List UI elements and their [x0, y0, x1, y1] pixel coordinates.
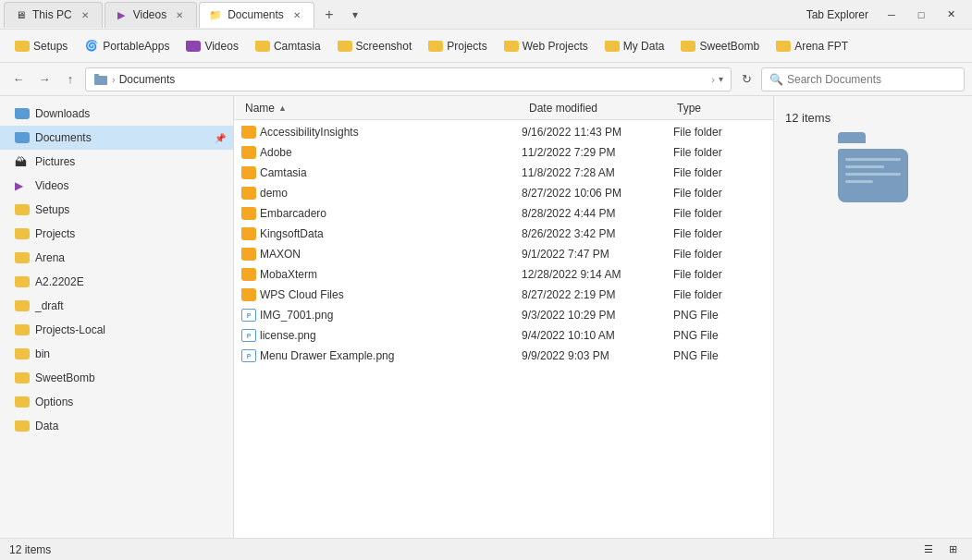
file-name: Camtasia	[260, 166, 518, 179]
address-chevron[interactable]: ▾	[719, 74, 723, 84]
table-row[interactable]: KingsoftData8/26/2022 3:42 PMFile folder	[234, 224, 773, 244]
nav-bar: ← → ↑ › Documents › ▾ ↻ 🔍	[0, 63, 972, 96]
window-controls: Tab Explorer ─ □ ✕	[806, 5, 968, 25]
file-date: 8/27/2022 2:19 PM	[522, 288, 670, 301]
sidebar-item-pictures[interactable]: 🏔 Pictures 📌	[0, 150, 233, 174]
col-type-header[interactable]: Type	[673, 102, 766, 115]
sidebar-item-downloads[interactable]: Downloads 📌	[0, 102, 233, 126]
folder-line-2	[845, 165, 884, 168]
search-input[interactable]	[787, 73, 956, 86]
tab-close-this-pc[interactable]: ✕	[78, 7, 92, 22]
tab-close-documents[interactable]: ✕	[289, 7, 304, 22]
sidebar-item-videos[interactable]: ▶ Videos 📌	[0, 174, 233, 198]
address-bar[interactable]: › Documents › ▾	[85, 67, 732, 91]
arena-fpt-folder-icon	[776, 41, 791, 52]
table-row[interactable]: PIMG_7001.png9/3/2022 10:29 PMPNG File	[234, 305, 773, 325]
search-box[interactable]: 🔍	[761, 67, 965, 91]
toolbar-portableapps[interactable]: 🌀 PortableApps	[77, 35, 177, 57]
folder-file-icon	[241, 227, 256, 240]
file-date: 9/1/2022 7:47 PM	[522, 248, 670, 261]
draft-sidebar-icon	[15, 300, 30, 311]
a2-sidebar-icon	[15, 276, 30, 287]
sidebar-item-options[interactable]: Options	[0, 390, 233, 414]
table-row[interactable]: MobaXterm12/28/2022 9:14 AMFile folder	[234, 264, 773, 285]
toolbar-projects[interactable]: Projects	[421, 36, 494, 56]
options-sidebar-icon	[15, 396, 30, 408]
table-row[interactable]: AccessibilityInsights9/16/2022 11:43 PMF…	[234, 122, 773, 142]
minimize-button[interactable]: ─	[878, 5, 905, 25]
file-date: 9/16/2022 11:43 PM	[522, 126, 670, 139]
tab-overflow-button[interactable]: ▾	[342, 2, 368, 28]
file-type: File folder	[673, 288, 766, 301]
table-row[interactable]: Adobe11/2/2022 7:29 PMFile folder	[234, 142, 773, 163]
file-date: 8/28/2022 4:44 PM	[522, 207, 670, 220]
add-tab-button[interactable]: +	[316, 2, 342, 28]
file-name: KingsoftData	[260, 227, 518, 240]
toolbar-my-data[interactable]: My Data	[597, 36, 672, 56]
list-view-button[interactable]: ☰	[918, 542, 939, 558]
file-date: 9/3/2022 10:29 PM	[522, 309, 670, 322]
col-name-header[interactable]: Name ▲	[241, 102, 525, 115]
maximize-button[interactable]: □	[907, 5, 935, 25]
setups-folder-icon	[15, 41, 30, 52]
toolbar-sweetbomb[interactable]: SweetBomb	[673, 36, 767, 56]
toolbar-setups[interactable]: Setups	[7, 36, 75, 56]
tab-videos[interactable]: ▶ Videos ✕	[105, 2, 197, 28]
table-row[interactable]: Camtasia11/8/2022 7:28 AMFile folder	[234, 163, 773, 183]
close-button[interactable]: ✕	[937, 5, 965, 25]
sidebar-item-projects[interactable]: Projects	[0, 222, 233, 246]
svg-rect-1	[94, 74, 99, 78]
table-row[interactable]: demo8/27/2022 10:06 PMFile folder	[234, 183, 773, 203]
sweetbomb-sidebar-icon	[15, 372, 30, 383]
folder-line-1	[845, 158, 901, 161]
sidebar-item-draft[interactable]: _draft	[0, 294, 233, 318]
sidebar-item-documents[interactable]: Documents 📌	[0, 126, 233, 150]
tab-documents[interactable]: 📁 Documents ✕	[199, 2, 314, 28]
png-file-icon: P	[241, 349, 256, 362]
table-row[interactable]: PMenu Drawer Example.png9/9/2022 9:03 PM…	[234, 346, 773, 366]
videos-folder-icon	[186, 41, 201, 52]
sidebar: Downloads 📌 Documents 📌 🏔 Pictures 📌 ▶ V…	[0, 96, 234, 538]
table-row[interactable]: MAXON9/1/2022 7:47 PMFile folder	[234, 244, 773, 264]
pictures-icon: 🏔	[15, 155, 30, 168]
toolbar-videos[interactable]: Videos	[178, 36, 245, 56]
folder-file-icon	[241, 248, 256, 261]
sidebar-item-arena[interactable]: Arena	[0, 246, 233, 270]
search-icon: 🔍	[769, 73, 783, 86]
web-projects-folder-icon	[504, 41, 519, 52]
detail-panel: 12 items	[773, 96, 972, 538]
tab-close-videos[interactable]: ✕	[172, 7, 187, 22]
file-type: File folder	[673, 187, 766, 200]
file-date: 12/28/2022 9:14 AM	[522, 268, 670, 281]
file-date: 9/9/2022 9:03 PM	[522, 349, 670, 362]
folder-file-icon	[241, 288, 256, 301]
portableapps-icon: 🌀	[84, 39, 99, 54]
forward-button[interactable]: →	[33, 68, 55, 91]
toolbar-screenshot[interactable]: Screenshot	[330, 36, 420, 56]
table-row[interactable]: WPS Cloud Files8/27/2022 2:19 PMFile fol…	[234, 285, 773, 305]
setups-sidebar-icon	[15, 204, 30, 215]
png-file-icon: P	[241, 309, 256, 322]
sidebar-item-data[interactable]: Data	[0, 414, 233, 438]
grid-view-button[interactable]: ⊞	[942, 542, 963, 558]
table-row[interactable]: Embarcadero8/28/2022 4:44 PMFile folder	[234, 203, 773, 224]
col-date-header[interactable]: Date modified	[525, 102, 673, 115]
file-name: MobaXterm	[260, 268, 518, 281]
docs-folder-icon	[15, 132, 30, 143]
table-row[interactable]: Plicense.png9/4/2022 10:10 AMPNG File	[234, 325, 773, 346]
toolbar-web-projects[interactable]: Web Projects	[497, 36, 596, 56]
sidebar-item-bin[interactable]: bin	[0, 342, 233, 366]
file-type: File folder	[673, 207, 766, 220]
up-button[interactable]: ↑	[59, 68, 81, 91]
sidebar-item-sweetbomb[interactable]: SweetBomb 📌	[0, 366, 233, 390]
sidebar-item-projects-local[interactable]: Projects-Local 📌	[0, 318, 233, 342]
file-name: AccessibilityInsights	[260, 126, 518, 139]
refresh-button[interactable]: ↻	[735, 68, 757, 91]
status-bar: 12 items ☰ ⊞	[0, 538, 972, 560]
toolbar-camtasia[interactable]: Camtasia	[248, 36, 328, 56]
sidebar-item-a2[interactable]: A2.2202E	[0, 270, 233, 294]
back-button[interactable]: ←	[7, 68, 30, 91]
tab-this-pc[interactable]: 🖥 This PC ✕	[4, 2, 103, 28]
toolbar-arena-fpt[interactable]: Arena FPT	[769, 36, 855, 56]
sidebar-item-setups[interactable]: Setups 📌	[0, 198, 233, 222]
